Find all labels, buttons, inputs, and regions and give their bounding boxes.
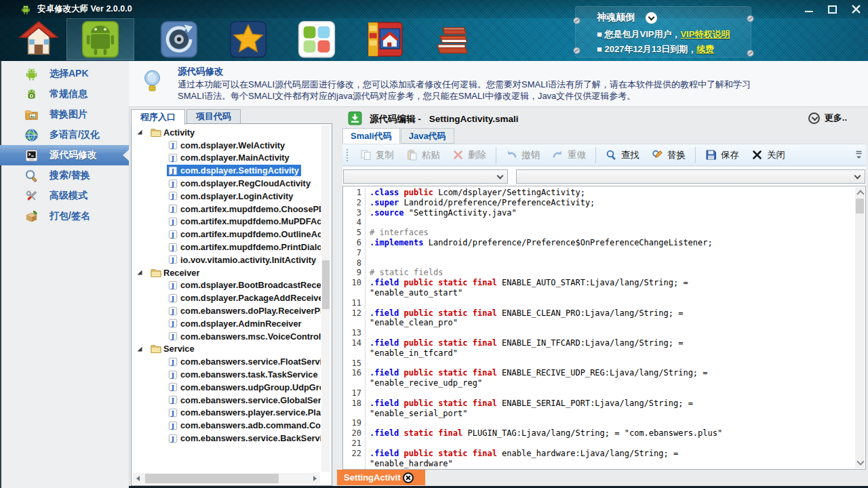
- code-line[interactable]: .class public Lcom/dsplayer/SettingActiv…: [366, 188, 585, 198]
- code-line[interactable]: .field public static final ENABLE_SERIAL…: [366, 399, 693, 409]
- code-editor[interactable]: 1.class public Lcom/dsplayer/SettingActi…: [342, 186, 866, 470]
- toolbar-grip[interactable]: [346, 148, 349, 162]
- scroll-left-arrow[interactable]: [136, 476, 140, 481]
- close-file-icon[interactable]: [403, 472, 414, 483]
- scroll-down-arrow[interactable]: [856, 458, 864, 465]
- tree-item[interactable]: Jcom.ebanswers.msc.VoiceControlReceiver: [133, 330, 321, 343]
- code-line[interactable]: "enable_hardware": [366, 459, 453, 469]
- tree-item[interactable]: Jcom.dsplayer.AdminReceiver: [133, 317, 321, 330]
- code-line[interactable]: .super Landroid/preference/PreferenceAct…: [366, 198, 595, 208]
- redo-button[interactable]: 重做: [546, 146, 592, 164]
- save-button[interactable]: 保存: [699, 146, 745, 164]
- scrollbar-thumb[interactable]: [322, 260, 330, 309]
- renew-link[interactable]: 续费: [696, 44, 714, 54]
- scroll-up-arrow[interactable]: [856, 190, 864, 197]
- sidebar-item-globe[interactable]: 多语言/汉化: [0, 125, 129, 145]
- chevron-down-icon[interactable]: [646, 12, 657, 24]
- code-line[interactable]: [366, 439, 370, 449]
- tree-item[interactable]: Jcom.dsplayer.SettingActivity: [133, 164, 321, 177]
- nav-item-hot-template[interactable]: 热点模板: [214, 18, 282, 60]
- sidebar-item-image-folder[interactable]: 替换图片: [0, 104, 129, 125]
- tree-folder-activity[interactable]: Activity: [133, 126, 321, 139]
- tree-item[interactable]: Jcom.artifex.mupdfdemo.PrintDialogActivi…: [133, 241, 321, 253]
- scrollbar-thumb[interactable]: [145, 474, 279, 483]
- tree-folder-service[interactable]: Service: [133, 343, 321, 356]
- code-line[interactable]: .field public static final ENABLE_CLEAN_…: [366, 308, 683, 319]
- tree-item[interactable]: Jcom.ebanswers.doPlay.ReceiverPlayer: [133, 304, 321, 317]
- tree-item[interactable]: Jcom.ebanswers.udpGroup.UdpGroupService: [133, 381, 321, 394]
- tab-java-code[interactable]: Java代码: [401, 128, 454, 144]
- expander-icon[interactable]: [136, 129, 143, 136]
- paste-button[interactable]: 粘贴: [400, 146, 446, 164]
- code-line[interactable]: # interfaces: [366, 228, 429, 238]
- nav-item-home[interactable]: 首页: [5, 18, 73, 60]
- close-button[interactable]: [851, 4, 861, 14]
- expander-icon[interactable]: [136, 269, 143, 276]
- toolbar-overflow-button[interactable]: [855, 150, 863, 160]
- tree-item[interactable]: Jcom.ebanswers.service.BackService: [133, 432, 321, 445]
- expander-icon[interactable]: [136, 346, 143, 352]
- sidebar-item-magnifier[interactable]: 搜索/替换: [0, 165, 129, 186]
- scroll-right-arrow[interactable]: [313, 476, 317, 481]
- code-line[interactable]: .field static final PLUGIN_TAG:Ljava/lan…: [366, 428, 722, 439]
- code-line[interactable]: [366, 218, 370, 228]
- sidebar-item-tools[interactable]: 高级模式: [0, 186, 129, 206]
- tree-vertical-scrollbar[interactable]: [321, 125, 330, 472]
- sidebar-item-android[interactable]: 选择APK: [0, 64, 129, 84]
- more-button[interactable]: 更多..: [808, 112, 847, 124]
- code-line[interactable]: [366, 418, 370, 428]
- tree-item[interactable]: Jcom.ebanswers.task.TaskService: [133, 368, 321, 381]
- nav-item-game-template[interactable]: 游戏模板: [351, 18, 419, 60]
- code-line[interactable]: [366, 258, 370, 268]
- code-line[interactable]: .field public static final ENABLE_RECIVE…: [366, 368, 708, 378]
- nav-item-decompile[interactable]: 反编译: [66, 18, 134, 60]
- tree-item[interactable]: Jcom.dsplayer.LoginActivity: [133, 190, 321, 203]
- tab-program-entry[interactable]: 程序入口: [131, 109, 185, 125]
- tree-folder-receiver[interactable]: Receiver: [133, 266, 321, 279]
- find-button[interactable]: 查找: [599, 146, 646, 164]
- tree-item[interactable]: Jcom.dsplayer.WelActivity: [133, 139, 321, 152]
- tree-item[interactable]: Jcom.ebanswers.service.GlobalService: [133, 394, 321, 407]
- undo-button[interactable]: 撤销: [500, 146, 546, 164]
- code-line[interactable]: .field public static final ENABLE_IN_TFC…: [366, 338, 683, 348]
- replace-button[interactable]: 替换: [646, 146, 692, 164]
- code-line[interactable]: # static fields: [366, 268, 443, 278]
- tree-item[interactable]: Jcom.dsplayer.MainActivity: [133, 152, 321, 165]
- nav-item-app-template[interactable]: 应用模板: [283, 18, 351, 60]
- tree-item[interactable]: Jcom.dsplayer.RegCloudActivity: [133, 177, 321, 190]
- nav-item-toolbox[interactable]: 工具箱: [145, 18, 213, 60]
- tab-project-code[interactable]: 项目代码: [186, 109, 241, 123]
- code-line[interactable]: .implements Landroid/preference/Preferen…: [366, 238, 713, 248]
- code-line[interactable]: [366, 248, 370, 258]
- copy-button[interactable]: 复制: [354, 146, 400, 164]
- type-dropdown[interactable]: [343, 169, 508, 184]
- code-line[interactable]: [366, 328, 370, 338]
- minimize-button[interactable]: [804, 4, 814, 14]
- tree-item[interactable]: Jcom.artifex.mupdfdemo.MuPDFActivity: [133, 216, 321, 228]
- code-line[interactable]: "enable_auto_start": [366, 288, 462, 298]
- code-line[interactable]: "enable_recive_udp_reg": [366, 378, 482, 388]
- member-dropdown[interactable]: [516, 169, 865, 184]
- tree-item[interactable]: Jcom.ebanswers.adb.command.CommandServic…: [133, 419, 321, 432]
- tab-smali-code[interactable]: Smali代码: [342, 128, 400, 144]
- tree-item[interactable]: Jcom.ebanswers.service.FloatService: [133, 355, 321, 368]
- code-line[interactable]: [366, 359, 370, 369]
- code-line[interactable]: "enable_serial_port": [366, 409, 468, 419]
- close-button[interactable]: 关闭: [745, 146, 791, 164]
- tree-horizontal-scrollbar[interactable]: [133, 473, 320, 484]
- tree-item[interactable]: Jcom.dsplayer.PackageAddReceiver: [133, 291, 321, 304]
- code-line[interactable]: .source "SettingActivity.java": [366, 208, 517, 218]
- tree-item[interactable]: Jio.vov.vitamio.activity.InitActivity: [133, 253, 321, 266]
- maximize-button[interactable]: [827, 4, 837, 14]
- code-line[interactable]: [366, 298, 370, 308]
- tree-item[interactable]: Jcom.artifex.mupdfdemo.OutlineActivity: [133, 228, 321, 241]
- editor-vertical-scrollbar[interactable]: [855, 187, 865, 468]
- scrollbar-thumb[interactable]: [856, 199, 864, 214]
- tree-item[interactable]: Jcom.dsplayer.BootBroadcastReceiver: [133, 279, 321, 292]
- code-line[interactable]: "enable_in_tfcard": [366, 348, 458, 359]
- delete-button[interactable]: 删除: [446, 146, 492, 164]
- vip-info-link[interactable]: VIP特权说明: [680, 29, 730, 39]
- file-tab-settingactivity[interactable]: SettingActivit: [337, 470, 425, 485]
- code-line[interactable]: "enable_clean_pro": [366, 318, 458, 328]
- sidebar-item-package[interactable]: 打包/签名: [0, 206, 129, 226]
